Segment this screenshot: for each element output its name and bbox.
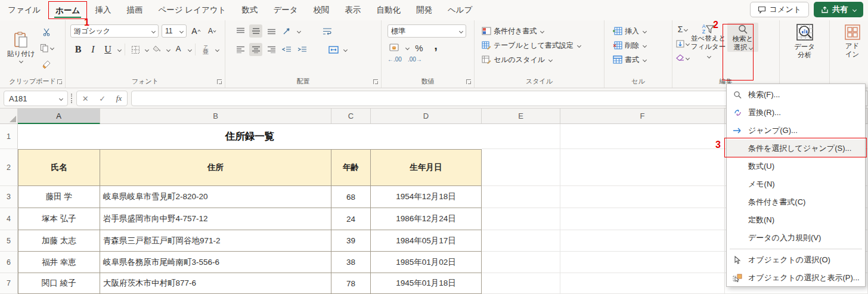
menu-item-goto-special[interactable]: 条件を選択してジャンプ(S)...	[727, 140, 865, 157]
delete-cells-button[interactable]: 削除	[610, 38, 672, 52]
cancel-icon[interactable]: ✕	[82, 94, 89, 103]
menu-item-replace[interactable]: 置換(R)...	[727, 104, 865, 122]
cell-e4[interactable]	[482, 208, 560, 230]
menu-item-notes[interactable]: メモ(N)	[727, 175, 865, 193]
cell-age[interactable]: 78	[331, 273, 371, 294]
cell-birth[interactable]: 1954年12月18日	[371, 186, 482, 208]
menu-item-selection-pane[interactable]: オブジェクトの選択と表示(P)...	[727, 269, 865, 287]
paste-button[interactable]: 貼り付け	[7, 32, 35, 63]
cell-f4[interactable]	[560, 208, 725, 230]
decrease-font-button[interactable]: A	[206, 24, 219, 38]
comma-style-button[interactable]: ,	[429, 41, 442, 54]
menu-item-formulas[interactable]: 数式(U)	[727, 157, 865, 175]
name-box[interactable]: A181	[4, 91, 68, 106]
cell-styles-button[interactable]: セルのスタイル	[479, 52, 604, 67]
cell-e2[interactable]	[482, 149, 560, 186]
cell-name[interactable]: 関口 綾子	[18, 273, 100, 294]
column-header-d[interactable]: D	[371, 109, 482, 124]
column-header-f[interactable]: F	[560, 109, 725, 124]
cell-address[interactable]: 岐阜県各務原市尾崎南町3-556-6	[100, 252, 331, 273]
conditional-formatting-button[interactable]: 条件付き書式	[479, 24, 604, 38]
tab-review[interactable]: 校閲	[306, 1, 337, 19]
share-button[interactable]: 共有	[814, 2, 863, 17]
insert-cells-button[interactable]: 挿入	[610, 24, 672, 38]
cell-e1[interactable]	[482, 124, 560, 149]
dialog-launcher-icon[interactable]	[373, 79, 378, 84]
row-header-6[interactable]: 6	[0, 252, 18, 273]
row-header-4[interactable]: 4	[0, 208, 18, 230]
cell-age[interactable]: 38	[331, 252, 371, 273]
header-cell-name[interactable]: 氏名	[18, 149, 100, 186]
increase-decimal-button[interactable]: ←.00	[388, 56, 402, 63]
bold-button[interactable]: B	[72, 43, 85, 56]
borders-button[interactable]	[129, 43, 142, 56]
align-middle-button[interactable]	[249, 24, 262, 38]
chevron-down-icon[interactable]	[188, 47, 192, 51]
dialog-launcher-icon[interactable]	[466, 79, 471, 84]
sheet-title-cell[interactable]: 住所録一覧	[18, 124, 482, 149]
header-cell-age[interactable]: 年齢	[331, 149, 371, 186]
chevron-down-icon[interactable]	[145, 47, 149, 51]
clear-button[interactable]	[676, 51, 689, 64]
dialog-launcher-icon[interactable]	[217, 79, 222, 84]
cell-name[interactable]: 藤田 学	[18, 186, 100, 208]
tab-file[interactable]: ファイル	[0, 1, 48, 19]
menu-item-constants[interactable]: 定数(N)	[727, 211, 865, 229]
addins-button[interactable]: アドイン	[830, 20, 868, 59]
percent-style-button[interactable]: %	[413, 41, 426, 54]
column-header-e[interactable]: E	[482, 109, 560, 124]
cell-f2[interactable]	[560, 149, 725, 186]
chevron-down-icon[interactable]	[297, 29, 301, 33]
select-all-corner[interactable]	[0, 109, 18, 124]
cell-f1[interactable]	[560, 124, 725, 149]
cell-name[interactable]: 塚本 弘子	[18, 208, 100, 230]
cell-birth[interactable]: 1985年01月02日	[371, 252, 482, 273]
comments-button[interactable]: コメント	[750, 2, 809, 17]
format-cells-button[interactable]: 書式	[610, 52, 672, 67]
cell-birth[interactable]: 1984年05月17日	[371, 230, 482, 252]
menu-item-conditional-formatting[interactable]: 条件付き書式(C)	[727, 193, 865, 211]
align-center-button[interactable]	[249, 43, 262, 56]
row-header-7[interactable]: 7	[0, 273, 18, 294]
row-header-3[interactable]: 3	[0, 186, 18, 208]
tab-developer[interactable]: 開発	[408, 1, 440, 19]
tab-view[interactable]: 表示	[337, 1, 369, 19]
cell-f6[interactable]	[560, 252, 725, 273]
chevron-down-icon[interactable]	[343, 47, 348, 51]
align-left-button[interactable]	[234, 43, 247, 56]
copy-button[interactable]	[40, 41, 54, 54]
align-right-button[interactable]	[265, 43, 278, 56]
row-header-2[interactable]: 2	[0, 149, 18, 186]
find-select-button[interactable]: 検索と選択	[727, 23, 758, 52]
cell-address[interactable]: 岩手県盛岡市向中野4-757-12	[100, 208, 331, 230]
number-format-select[interactable]: 標準	[388, 24, 466, 38]
enter-icon[interactable]: ✓	[99, 94, 106, 103]
cell-address[interactable]: 岐阜県岐阜市雪見町2-820-20	[100, 186, 331, 208]
column-header-b[interactable]: B	[100, 109, 331, 124]
header-cell-birth[interactable]: 生年月日	[371, 149, 482, 186]
wrap-text-button[interactable]	[321, 24, 334, 38]
column-header-c[interactable]: C	[331, 109, 371, 124]
menu-item-select-objects[interactable]: オブジェクトの選択(O)	[727, 251, 865, 269]
tab-formulas[interactable]: 数式	[234, 1, 265, 19]
sort-filter-button[interactable]: AZ 並べ替えとフィルター	[689, 23, 727, 60]
cell-e3[interactable]	[482, 186, 560, 208]
tab-insert[interactable]: 挿入	[87, 1, 119, 19]
increase-indent-button[interactable]	[296, 43, 309, 56]
cell-age[interactable]: 39	[331, 230, 371, 252]
chevron-down-icon[interactable]	[117, 47, 122, 51]
cut-button[interactable]	[40, 25, 54, 38]
header-cell-address[interactable]: 住所	[100, 149, 331, 186]
column-header-a[interactable]: A	[18, 109, 100, 124]
autosum-button[interactable]: Σ	[676, 23, 689, 36]
tab-draw[interactable]: 描画	[119, 1, 150, 19]
cell-birth[interactable]: 1986年12月24日	[371, 208, 482, 230]
tab-automate[interactable]: 自動化	[369, 1, 409, 19]
tab-data[interactable]: データ	[265, 1, 305, 19]
italic-button[interactable]: I	[86, 43, 100, 56]
insert-function-button[interactable]: fx	[116, 94, 122, 103]
cell-address[interactable]: 青森県三戸郡五戸町岡谷地971-2	[100, 230, 331, 252]
chevron-down-icon[interactable]	[405, 45, 410, 49]
tab-page-layout[interactable]: ページ レイアウト	[150, 1, 234, 19]
cell-address[interactable]: 大阪府茨木市中村町877-6	[100, 273, 331, 294]
